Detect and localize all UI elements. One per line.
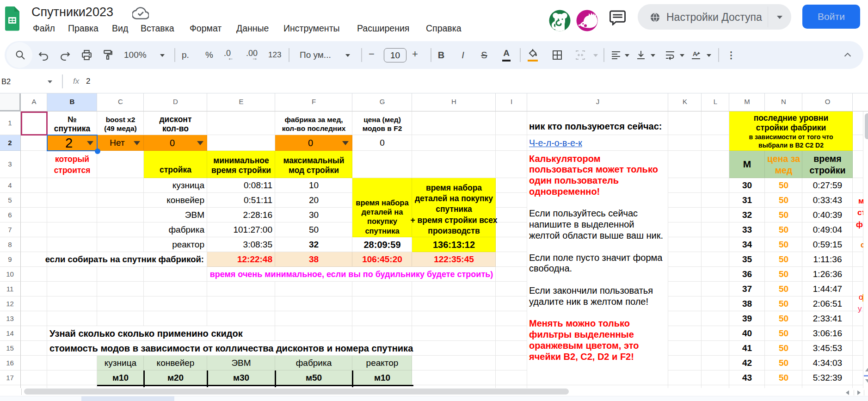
svg-text:A: A (693, 50, 697, 57)
